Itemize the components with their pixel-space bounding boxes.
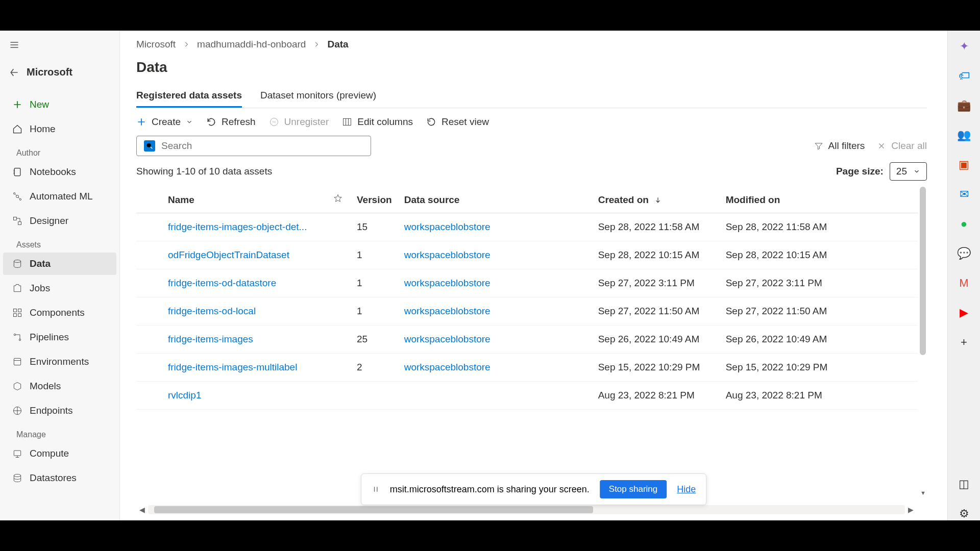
col-name[interactable]: Name xyxy=(162,187,325,213)
sidebar-item-new[interactable]: New xyxy=(3,93,116,116)
asset-source-link[interactable] xyxy=(398,382,592,410)
col-version[interactable]: Version xyxy=(351,187,398,213)
page-size-select[interactable]: 25 xyxy=(890,162,927,181)
asset-source-link[interactable]: workspaceblobstore xyxy=(398,354,592,382)
page-title: Data xyxy=(136,59,927,76)
hamburger-menu[interactable] xyxy=(0,35,119,57)
star-icon xyxy=(333,194,342,203)
breadcrumb-workspace[interactable]: madhumaddi-hd-onboard xyxy=(197,39,306,50)
create-button[interactable]: Create xyxy=(136,116,193,128)
table-row[interactable]: fridge-items-images 25 workspaceblobstor… xyxy=(136,325,918,354)
sidebar-item-designer[interactable]: Designer xyxy=(3,210,116,232)
table-row[interactable]: rvlcdip1 Aug 23, 2022 8:21 PM Aug 23, 20… xyxy=(136,382,918,410)
table-row[interactable]: fridge-items-images-object-det... 15 wor… xyxy=(136,213,918,241)
chevron-down-icon xyxy=(186,118,193,126)
col-data-source[interactable]: Data source xyxy=(398,187,592,213)
people-icon[interactable]: 👥 xyxy=(958,129,971,142)
plus-icon xyxy=(136,117,146,127)
col-modified[interactable]: Modified on xyxy=(720,187,918,213)
unregister-button: Unregister xyxy=(269,116,329,128)
asset-name-link[interactable]: fridge-items-od-local xyxy=(162,297,325,325)
youtube-icon[interactable]: ▶ xyxy=(958,306,971,319)
refresh-button[interactable]: Refresh xyxy=(206,116,256,128)
data-icon xyxy=(12,259,22,269)
sidebar-item-datastores[interactable]: Datastores xyxy=(3,467,116,489)
col-favorite[interactable] xyxy=(325,187,351,213)
spotify-icon[interactable]: ● xyxy=(958,217,971,231)
asset-source-link[interactable]: workspaceblobstore xyxy=(398,269,592,297)
tag-icon[interactable]: 🏷 xyxy=(958,69,971,83)
svg-rect-5 xyxy=(18,222,21,225)
sidebar-item-models[interactable]: Models xyxy=(3,375,116,397)
sidebar-item-pipelines[interactable]: Pipelines xyxy=(3,326,116,348)
horizontal-scrollbar[interactable]: ◀ ▶ xyxy=(136,505,917,514)
table-row[interactable]: fridge-items-od-datastore 1 workspaceblo… xyxy=(136,269,918,297)
scroll-right-arrow[interactable]: ▶ xyxy=(905,506,917,514)
asset-created: Sep 15, 2022 10:29 PM xyxy=(592,354,720,382)
briefcase-icon[interactable]: 💼 xyxy=(958,99,971,112)
svg-rect-8 xyxy=(18,309,21,312)
asset-created: Sep 26, 2022 10:49 AM xyxy=(592,325,720,354)
tab-monitors[interactable]: Dataset monitors (preview) xyxy=(260,85,376,108)
asset-name-link[interactable]: odFridgeObjectTrainDataset xyxy=(162,241,325,269)
search-icon xyxy=(144,140,155,152)
asset-version: 15 xyxy=(351,213,398,241)
hide-link[interactable]: Hide xyxy=(677,484,696,495)
pause-icon xyxy=(372,485,380,493)
office-icon[interactable]: ▣ xyxy=(958,158,971,171)
scroll-left-arrow[interactable]: ◀ xyxy=(136,506,148,514)
right-rail: ✦ 🏷 💼 👥 ▣ ✉ ● 💬 M ▶ + ◫ ⚙ xyxy=(947,31,980,520)
sidebar-item-components[interactable]: Components xyxy=(3,302,116,324)
scroll-down-arrow[interactable]: ▼ xyxy=(920,490,926,496)
search-input[interactable] xyxy=(136,136,371,156)
outlook-icon[interactable]: ✉ xyxy=(958,188,971,201)
all-filters-button[interactable]: All filters xyxy=(814,140,865,152)
vertical-scrollbar[interactable] xyxy=(920,187,926,355)
sidebar-item-jobs[interactable]: Jobs xyxy=(3,277,116,299)
screen-share-notification: msit.microsoftstream.com is sharing your… xyxy=(361,473,707,505)
sidebar-item-data[interactable]: Data xyxy=(3,253,116,275)
sidebar-item-home[interactable]: Home xyxy=(3,118,116,140)
sidebar-item-notebooks[interactable]: Notebooks xyxy=(3,161,116,183)
table-row[interactable]: odFridgeObjectTrainDataset 1 workspacebl… xyxy=(136,241,918,269)
asset-modified: Sep 26, 2022 10:49 AM xyxy=(720,325,918,354)
col-created[interactable]: Created on xyxy=(592,187,720,213)
reset-view-button[interactable]: Reset view xyxy=(426,116,489,128)
panel-icon[interactable]: ◫ xyxy=(958,478,971,491)
breadcrumb-root[interactable]: Microsoft xyxy=(136,39,176,50)
asset-modified: Sep 28, 2022 11:58 AM xyxy=(720,213,918,241)
designer-icon xyxy=(12,216,22,226)
table-row[interactable]: fridge-items-images-multilabel 2 workspa… xyxy=(136,354,918,382)
add-icon[interactable]: + xyxy=(958,336,971,349)
gmail-icon[interactable]: M xyxy=(958,277,971,290)
svg-rect-4 xyxy=(14,217,17,220)
asset-version: 1 xyxy=(351,241,398,269)
sidebar-item-compute[interactable]: Compute xyxy=(3,442,116,465)
asset-name-link[interactable]: rvlcdip1 xyxy=(162,382,325,410)
workspace-back[interactable]: Microsoft xyxy=(0,61,119,83)
asset-name-link[interactable]: fridge-items-images-multilabel xyxy=(162,354,325,382)
asset-source-link[interactable]: workspaceblobstore xyxy=(398,241,592,269)
asset-source-link[interactable]: workspaceblobstore xyxy=(398,297,592,325)
asset-modified: Sep 27, 2022 3:11 PM xyxy=(720,269,918,297)
messenger-icon[interactable]: 💬 xyxy=(958,247,971,260)
sidebar-item-endpoints[interactable]: Endpoints xyxy=(3,399,116,422)
svg-point-19 xyxy=(147,143,151,147)
asset-name-link[interactable]: fridge-items-images xyxy=(162,325,325,354)
stop-sharing-button[interactable]: Stop sharing xyxy=(600,480,667,498)
sidebar-item-automl[interactable]: Automated ML xyxy=(3,185,116,208)
copilot-icon[interactable]: ✦ xyxy=(958,40,971,53)
search-field[interactable] xyxy=(161,140,363,152)
asset-source-link[interactable]: workspaceblobstore xyxy=(398,325,592,354)
asset-name-link[interactable]: fridge-items-od-datastore xyxy=(162,269,325,297)
asset-name-link[interactable]: fridge-items-images-object-det... xyxy=(162,213,325,241)
sidebar-item-environments[interactable]: Environments xyxy=(3,350,116,373)
asset-source-link[interactable]: workspaceblobstore xyxy=(398,213,592,241)
settings-icon[interactable]: ⚙ xyxy=(958,507,971,520)
section-assets: Assets xyxy=(0,233,119,252)
svg-point-6 xyxy=(14,260,20,263)
edit-columns-button[interactable]: Edit columns xyxy=(342,116,413,128)
asset-version: 2 xyxy=(351,354,398,382)
tab-registered[interactable]: Registered data assets xyxy=(136,85,242,108)
table-row[interactable]: fridge-items-od-local 1 workspaceblobsto… xyxy=(136,297,918,325)
